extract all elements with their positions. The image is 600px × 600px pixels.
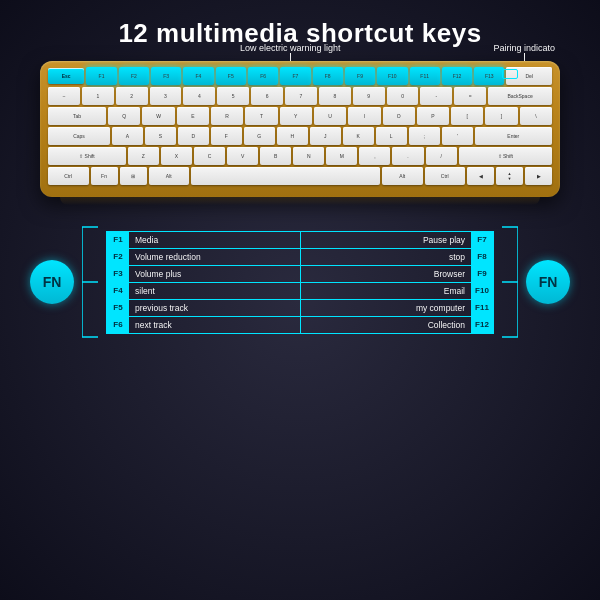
- key-f10: F10: [377, 67, 407, 85]
- key-r: R: [211, 107, 243, 125]
- key-o: O: [383, 107, 415, 125]
- key-w: W: [142, 107, 174, 125]
- label-email: Email: [301, 283, 472, 299]
- key-f9: F9: [345, 67, 375, 85]
- shortcut-diagram: FN F1 Media Pause play F7 F2: [30, 217, 570, 347]
- key-shift-left: ⇧ Shift: [48, 147, 126, 165]
- label-browser: Browser: [301, 266, 472, 282]
- fkey-f6: F6: [107, 317, 129, 333]
- fn-key-row: Esc F1 F2 F3 F4 F5 F6 F7 F8 F9 F10 F11 F…: [48, 67, 552, 85]
- keyboard-reflection: [60, 197, 540, 205]
- key-m: M: [326, 147, 357, 165]
- key-y: Y: [280, 107, 312, 125]
- key-f7: F7: [280, 67, 310, 85]
- key-u: U: [314, 107, 346, 125]
- shortcut-right-6: Collection F12: [301, 317, 494, 333]
- key-quote: ': [442, 127, 473, 145]
- key-alt-left: Alt: [149, 167, 190, 185]
- shortcut-right-3: Browser F9: [301, 266, 494, 282]
- label-stop: stop: [301, 249, 472, 265]
- key-d: D: [178, 127, 209, 145]
- shortcut-table: F1 Media Pause play F7 F2 Volume reducti…: [106, 231, 494, 334]
- number-key-row: ~ 1 2 3 4 5 6 7 8 9 0 - = BackSpace: [48, 87, 552, 105]
- key-rbracket: ]: [485, 107, 517, 125]
- key-caps: Caps: [48, 127, 110, 145]
- key-enter: Enter: [475, 127, 552, 145]
- pairing-label: Pairing indicato: [493, 43, 555, 53]
- label-media: Media: [129, 232, 300, 248]
- zxcv-row: ⇧ Shift Z X C V B N M , . / ⇧ Shift: [48, 147, 552, 165]
- key-k: K: [343, 127, 374, 145]
- fkey-f7: F7: [471, 232, 493, 248]
- key-i: I: [348, 107, 380, 125]
- key-3: 3: [150, 87, 182, 105]
- key-e: E: [177, 107, 209, 125]
- shortcut-left-6: F6 next track: [107, 317, 301, 333]
- key-up-down: ▲▼: [496, 167, 523, 185]
- key-f8: F8: [313, 67, 343, 85]
- key-4: 4: [183, 87, 215, 105]
- fkey-f8: F8: [471, 249, 493, 265]
- indicator-box: [502, 69, 518, 79]
- fkey-f3: F3: [107, 266, 129, 282]
- shortcut-left-2: F2 Volume reduction: [107, 249, 301, 265]
- right-connector: [502, 217, 518, 347]
- key-c: C: [194, 147, 225, 165]
- key-2: 2: [116, 87, 148, 105]
- fn-circle-right: FN: [526, 260, 570, 304]
- key-tab: Tab: [48, 107, 106, 125]
- shortcut-left-4: F4 silent: [107, 283, 301, 299]
- key-right: ▶: [525, 167, 552, 185]
- shortcut-right-5: my computer F11: [301, 300, 494, 316]
- key-f6: F6: [248, 67, 278, 85]
- shortcut-right-2: stop F8: [301, 249, 494, 265]
- key-tilde: ~: [48, 87, 80, 105]
- bottom-row: Ctrl Fn ⊞ Alt Alt Ctrl ◀ ▲▼ ▶: [48, 167, 552, 185]
- key-7: 7: [285, 87, 317, 105]
- label-volume-plus: Volume plus: [129, 266, 300, 282]
- shortcut-row-2: F2 Volume reduction stop F8: [107, 249, 493, 266]
- fkey-f4: F4: [107, 283, 129, 299]
- low-electric-label: Low electric warning light: [240, 43, 341, 53]
- fkey-f1: F1: [107, 232, 129, 248]
- fkey-f11: F11: [471, 300, 493, 316]
- shortcut-row-4: F4 silent Email F10: [107, 283, 493, 300]
- key-9: 9: [353, 87, 385, 105]
- key-fn: Fn: [91, 167, 118, 185]
- key-space: [191, 167, 380, 185]
- main-container: 12 multimedia shortcut keys Low electric…: [0, 0, 600, 600]
- label-volume-reduction: Volume reduction: [129, 249, 300, 265]
- key-slash: /: [426, 147, 457, 165]
- label-pause-play: Pause play: [301, 232, 472, 248]
- shortcut-left-1: F1 Media: [107, 232, 301, 248]
- label-collection: Collection: [301, 317, 472, 333]
- key-f3: F3: [151, 67, 181, 85]
- fkey-f12: F12: [471, 317, 493, 333]
- fkey-f5: F5: [107, 300, 129, 316]
- key-esc: Esc: [48, 68, 84, 84]
- key-a: A: [112, 127, 143, 145]
- fkey-f10: F10: [471, 283, 493, 299]
- key-x: X: [161, 147, 192, 165]
- left-connector: [82, 217, 98, 347]
- key-f11: F11: [410, 67, 440, 85]
- key-8: 8: [319, 87, 351, 105]
- key-t: T: [245, 107, 277, 125]
- key-q: Q: [108, 107, 140, 125]
- key-f4: F4: [183, 67, 213, 85]
- key-minus: -: [420, 87, 452, 105]
- key-0: 0: [387, 87, 419, 105]
- label-my-computer: my computer: [301, 300, 472, 316]
- key-alt-right: Alt: [382, 167, 423, 185]
- key-ctrl-left: Ctrl: [48, 167, 89, 185]
- shortcut-right-4: Email F10: [301, 283, 494, 299]
- key-f13: F13: [474, 67, 504, 85]
- asdf-row: Caps A S D F G H J K L ; ' Enter: [48, 127, 552, 145]
- key-comma: ,: [359, 147, 390, 165]
- key-period: .: [392, 147, 423, 165]
- key-backspace: BackSpace: [488, 87, 552, 105]
- shortcut-row-6: F6 next track Collection F12: [107, 317, 493, 333]
- fkey-f2: F2: [107, 249, 129, 265]
- label-prev-track: previous track: [129, 300, 300, 316]
- keyboard-body: Esc F1 F2 F3 F4 F5 F6 F7 F8 F9 F10 F11 F…: [40, 61, 560, 197]
